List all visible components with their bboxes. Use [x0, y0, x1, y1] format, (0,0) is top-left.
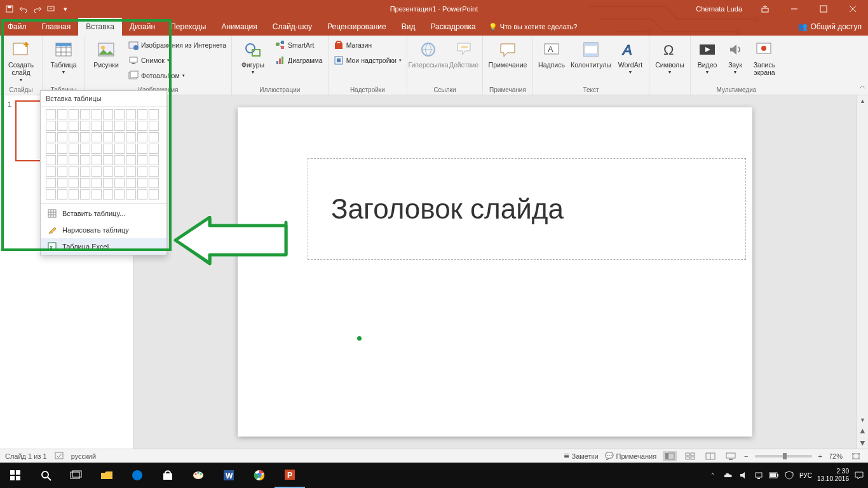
grid-cell[interactable]: [80, 189, 90, 200]
grid-cell[interactable]: [46, 132, 56, 142]
grid-cell[interactable]: [137, 144, 147, 154]
zoom-percent[interactable]: 72%: [829, 452, 843, 460]
network-icon[interactable]: [754, 470, 764, 480]
grid-cell[interactable]: [92, 121, 102, 131]
grid-cell[interactable]: [92, 109, 102, 119]
grid-cell[interactable]: [137, 132, 147, 142]
slide-counter[interactable]: Слайд 1 из 1: [5, 452, 47, 460]
vertical-scrollbar[interactable]: ▲ ▼ ⯅ ⯆: [857, 95, 868, 449]
tab-design[interactable]: Дизайн: [122, 18, 163, 36]
tray-chevron-icon[interactable]: ˄: [708, 470, 718, 480]
grid-cell[interactable]: [80, 166, 90, 177]
tab-view[interactable]: Вид: [394, 18, 423, 36]
grid-cell[interactable]: [103, 189, 113, 200]
undo-icon[interactable]: [19, 4, 28, 13]
video-button[interactable]: Видео ▼: [693, 37, 721, 85]
grid-cell[interactable]: [57, 178, 67, 188]
draw-table-menu-item[interactable]: Нарисовать таблицу: [41, 222, 166, 238]
reading-view-button[interactable]: [703, 451, 717, 461]
slideshow-view-button[interactable]: [724, 451, 738, 461]
grid-cell[interactable]: [80, 155, 90, 165]
chart-button[interactable]: Диаграмма: [273, 53, 325, 67]
grid-cell[interactable]: [57, 121, 67, 131]
grid-cell[interactable]: [126, 189, 136, 200]
grid-cell[interactable]: [126, 155, 136, 165]
grid-cell[interactable]: [126, 121, 136, 131]
shapes-button[interactable]: Фигуры ▼: [234, 37, 271, 85]
grid-cell[interactable]: [103, 121, 113, 131]
grid-cell[interactable]: [57, 166, 67, 177]
grid-cell[interactable]: [103, 155, 113, 165]
grid-cell[interactable]: [149, 132, 159, 142]
grid-cell[interactable]: [92, 189, 102, 200]
onedrive-icon[interactable]: [723, 470, 733, 480]
grid-cell[interactable]: [69, 144, 79, 154]
close-button[interactable]: [840, 0, 865, 18]
minimize-button[interactable]: [782, 0, 807, 18]
collapse-ribbon-icon[interactable]: [859, 81, 865, 93]
grid-cell[interactable]: [126, 178, 136, 188]
grid-cell[interactable]: [114, 109, 125, 119]
grid-cell[interactable]: [149, 109, 159, 119]
grid-cell[interactable]: [92, 155, 102, 165]
grid-cell[interactable]: [69, 121, 79, 131]
insert-table-menu-item[interactable]: Вставить таблицу...: [41, 205, 166, 222]
share-button[interactable]: 👥 Общий доступ: [798, 22, 862, 31]
start-button[interactable]: [0, 463, 31, 488]
grid-cell[interactable]: [46, 109, 56, 119]
grid-cell[interactable]: [114, 132, 125, 142]
tell-me-search[interactable]: 💡 Что вы хотите сделать?: [484, 18, 583, 36]
grid-cell[interactable]: [114, 166, 125, 177]
grid-cell[interactable]: [69, 178, 79, 188]
grid-cell[interactable]: [149, 155, 159, 165]
normal-view-button[interactable]: [663, 451, 677, 461]
grid-cell[interactable]: [80, 109, 90, 119]
grid-cell[interactable]: [69, 166, 79, 177]
grid-cell[interactable]: [137, 166, 147, 177]
tab-review[interactable]: Рецензирование: [320, 18, 394, 36]
tab-file[interactable]: Файл: [0, 18, 34, 36]
notes-button[interactable]: ≣Заметки: [564, 452, 599, 460]
grid-cell[interactable]: [80, 132, 90, 142]
table-grid-picker[interactable]: [41, 107, 166, 202]
action-button[interactable]: Действие: [448, 37, 480, 85]
my-addins-button[interactable]: Мои надстройки ▾: [331, 53, 404, 67]
zoom-slider[interactable]: [755, 455, 812, 458]
start-from-beginning-icon[interactable]: [47, 4, 56, 13]
grid-cell[interactable]: [103, 109, 113, 119]
next-slide-icon[interactable]: ⯆: [857, 437, 868, 449]
volume-icon[interactable]: [738, 470, 749, 480]
audio-button[interactable]: Звук ▼: [722, 37, 748, 85]
tab-insert[interactable]: Вставка: [78, 18, 122, 36]
prev-slide-icon[interactable]: ⯅: [857, 426, 868, 437]
grid-cell[interactable]: [92, 132, 102, 142]
battery-icon[interactable]: [769, 470, 779, 480]
grid-cell[interactable]: [80, 178, 90, 188]
wordart-button[interactable]: A WordArt ▼: [614, 37, 646, 85]
header-footer-button[interactable]: Колонтитулы: [569, 37, 613, 85]
symbols-button[interactable]: Ω Символы ▼: [652, 37, 688, 85]
excel-table-menu-item[interactable]: x Таблица Excel: [41, 238, 166, 255]
grid-cell[interactable]: [69, 132, 79, 142]
grid-cell[interactable]: [137, 178, 147, 188]
word-icon[interactable]: W: [214, 463, 244, 488]
scroll-down-icon[interactable]: ▼: [857, 414, 868, 426]
grid-cell[interactable]: [103, 166, 113, 177]
smartart-button[interactable]: SmartArt: [273, 38, 325, 52]
screen-recording-button[interactable]: Запись экрана: [749, 37, 780, 85]
textbox-button[interactable]: A Надпись: [536, 37, 567, 85]
grid-cell[interactable]: [137, 189, 147, 200]
grid-cell[interactable]: [114, 189, 125, 200]
grid-cell[interactable]: [126, 166, 136, 177]
grid-cell[interactable]: [137, 121, 147, 131]
grid-cell[interactable]: [92, 166, 102, 177]
grid-cell[interactable]: [80, 144, 90, 154]
grid-cell[interactable]: [46, 121, 56, 131]
grid-cell[interactable]: [137, 109, 147, 119]
grid-cell[interactable]: [80, 121, 90, 131]
grid-cell[interactable]: [57, 132, 67, 142]
screenshot-button[interactable]: Снимок ▾: [126, 53, 229, 67]
grid-cell[interactable]: [46, 189, 56, 200]
tab-slideshow[interactable]: Слайд-шоу: [265, 18, 320, 36]
online-pictures-button[interactable]: Изображения из Интернета: [126, 38, 229, 52]
